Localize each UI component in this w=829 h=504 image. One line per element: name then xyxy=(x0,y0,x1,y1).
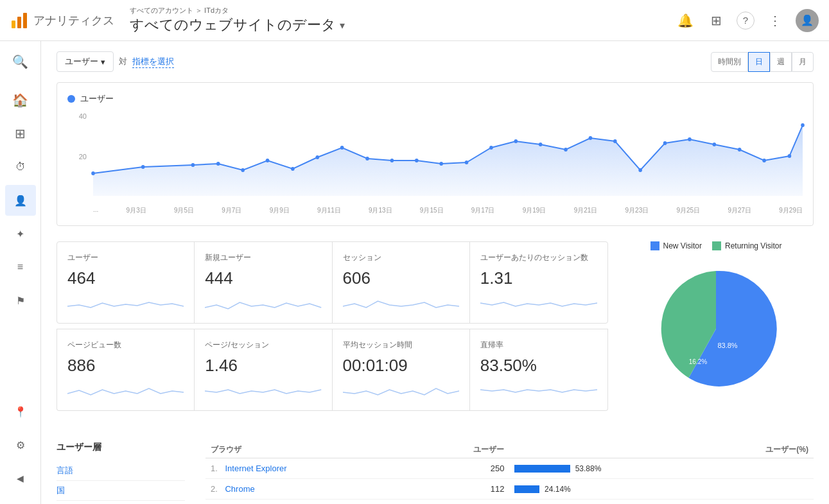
browser-table-header: ブラウザ ユーザー ユーザー(%) xyxy=(205,442,814,458)
sidebar-dashboard[interactable]: ⊞ xyxy=(5,118,36,149)
audience-link-language[interactable]: 言語 xyxy=(57,461,185,481)
sidebar-conversions[interactable]: ⚑ xyxy=(5,285,36,316)
svg-point-20 xyxy=(564,148,568,152)
svg-point-27 xyxy=(738,148,742,152)
filter-metric-select[interactable]: 指標を選択 xyxy=(132,56,174,68)
row-num-0: 1. xyxy=(211,464,218,473)
browser-cell-name-2: 3. Firefox xyxy=(205,500,449,505)
svg-point-5 xyxy=(191,163,195,167)
svg-point-9 xyxy=(291,167,295,171)
help-button[interactable]: ? xyxy=(737,12,755,30)
metric-users: ユーザー 464 xyxy=(57,242,195,323)
svg-point-25 xyxy=(688,137,692,141)
svg-point-28 xyxy=(762,159,766,162)
sidebar-audience[interactable]: 👤 xyxy=(5,185,36,216)
svg-point-22 xyxy=(613,139,617,143)
sidebar-behavior[interactable]: ≡ xyxy=(5,252,36,282)
more-button[interactable]: ⋮ xyxy=(765,10,785,31)
svg-point-13 xyxy=(390,159,394,162)
audience-link-country[interactable]: 国 xyxy=(57,481,185,501)
sidebar-search[interactable]: 🔍 xyxy=(5,46,36,77)
x-label-2: 9月5日 xyxy=(174,206,194,215)
svg-point-11 xyxy=(340,146,344,150)
metric-pv-value: 886 xyxy=(67,356,184,376)
chart-legend: ユーザー xyxy=(67,93,803,105)
bottom-section: ユーザー層 言語 国 市区町村 システム ブラウザ ▶ オペレーティングシステム… xyxy=(57,442,814,504)
svg-point-18 xyxy=(514,139,518,143)
svg-rect-0 xyxy=(12,21,15,28)
metric-sessions-label: セッション xyxy=(343,252,459,263)
metric-pageviews: ページビュー数 886 xyxy=(57,329,195,410)
audience-link-city[interactable]: 市区町村 xyxy=(57,501,185,504)
metric-pps-label: ページ/セッション xyxy=(205,340,321,351)
browser-row-0: 1. Internet Explorer 250 53.88% xyxy=(205,458,814,479)
metric-sessions-value: 606 xyxy=(343,268,459,288)
x-label-10: 9月21日 xyxy=(574,206,598,215)
bar-container-1: 24.14% xyxy=(514,485,808,494)
svg-point-21 xyxy=(589,136,593,140)
legend-returning-visitor-label: Returning Visitor xyxy=(725,241,782,250)
browser-row-2: 3. Firefox 32 6.90% xyxy=(205,500,814,505)
chart-area: ユーザー 40 20 xyxy=(57,82,814,226)
x-label-7: 9月15日 xyxy=(420,206,444,215)
x-label-13: 9月27日 xyxy=(728,206,751,215)
sidebar-home[interactable]: 🏠 xyxy=(5,85,36,116)
browser-cell-pct-1: 24.14% xyxy=(509,479,814,500)
time-month-btn[interactable]: 月 xyxy=(792,52,814,72)
main-content: ユーザー ▾ 対 指標を選択 時間別 日 週 月 ユーザー xyxy=(41,41,829,504)
browser-cell-name-1: 2. Chrome xyxy=(205,479,449,500)
browser-link-0[interactable]: Internet Explorer xyxy=(225,464,286,473)
time-hourly-btn[interactable]: 時間別 xyxy=(711,52,748,72)
metric-bounce-rate: 直帰率 83.50% xyxy=(470,329,607,410)
svg-rect-2 xyxy=(23,13,27,28)
sidebar-acquisition[interactable]: ✦ xyxy=(5,218,36,249)
metric-new-users: 新規ユーザー 444 xyxy=(195,242,332,323)
browser-section: ブラウザ ユーザー ユーザー(%) 1. Internet Explorer 2… xyxy=(205,442,814,504)
sidebar-collapse[interactable]: ◀ xyxy=(5,463,36,494)
page-title: すべてのウェブサイトのデータ xyxy=(130,15,336,35)
browser-cell-pct-0: 53.88% xyxy=(509,458,814,479)
notification-button[interactable]: 🔔 xyxy=(675,10,695,31)
page-title-dropdown[interactable]: ▾ xyxy=(340,19,345,31)
svg-point-23 xyxy=(638,168,642,172)
bar-container-0: 53.88% xyxy=(514,464,808,473)
y-label-high: 40 xyxy=(67,112,87,120)
browser-cell-users-0: 250 xyxy=(449,458,510,479)
filter-bar: ユーザー ▾ 対 指標を選択 時間別 日 週 月 xyxy=(57,51,814,72)
metric-users-value: 464 xyxy=(67,268,184,288)
metric-grid-row2: ページビュー数 886 ページ/セッション 1.46 xyxy=(57,329,608,411)
sidebar: 🔍 🏠 ⊞ ⏱ 👤 ✦ ≡ ⚑ 📍 ⚙ ◀ xyxy=(0,41,41,504)
svg-point-24 xyxy=(663,141,667,145)
svg-point-19 xyxy=(539,143,543,146)
x-label-8: 9月17日 xyxy=(471,206,495,215)
svg-point-29 xyxy=(788,154,792,158)
sidebar-realtime[interactable]: ⏱ xyxy=(5,152,36,182)
x-label-4: 9月9日 xyxy=(270,206,290,215)
svg-point-4 xyxy=(141,165,145,169)
browser-link-1[interactable]: Chrome xyxy=(225,484,254,494)
mini-chart-br xyxy=(480,381,597,400)
sidebar-location[interactable]: 📍 xyxy=(5,396,36,427)
sidebar-settings[interactable]: ⚙ xyxy=(5,430,36,460)
legend-returning-visitor: Returning Visitor xyxy=(712,241,782,250)
main-layout: 🔍 🏠 ⊞ ⏱ 👤 ✦ ≡ ⚑ 📍 ⚙ ◀ ユーザー ▾ 対 指標を選択 時間別 xyxy=(0,41,829,504)
filter-right: 時間別 日 週 月 xyxy=(711,52,814,72)
legend-returning-visitor-color xyxy=(712,241,721,250)
user-filter-select[interactable]: ユーザー ▾ xyxy=(57,51,114,72)
audience-title: ユーザー層 xyxy=(57,442,185,453)
svg-point-17 xyxy=(489,146,493,150)
browser-cell-pct-2: 6.90% xyxy=(509,500,814,505)
time-week-btn[interactable]: 週 xyxy=(770,52,792,72)
time-day-btn[interactable]: 日 xyxy=(748,52,770,72)
topbar: アナリティクス すべてのアカウント ＞ ITdカタ すべてのウェブサイトのデータ… xyxy=(0,0,829,41)
svg-point-14 xyxy=(415,159,419,162)
browser-table-body: 1. Internet Explorer 250 53.88% 2. Chrom… xyxy=(205,458,814,505)
mini-chart-sessions xyxy=(343,293,459,313)
user-avatar[interactable]: 👤 xyxy=(796,9,819,32)
row-num-1: 2. xyxy=(211,484,218,494)
audience-section: ユーザー層 言語 国 市区町村 システム ブラウザ ▶ オペレーティングシステム xyxy=(57,442,185,504)
browser-cell-users-1: 112 xyxy=(449,479,510,500)
apps-button[interactable]: ⊞ xyxy=(706,10,726,31)
metric-grid-row1: ユーザー 464 新規ユーザー 444 xyxy=(57,241,608,324)
metric-users-label: ユーザー xyxy=(67,252,184,263)
